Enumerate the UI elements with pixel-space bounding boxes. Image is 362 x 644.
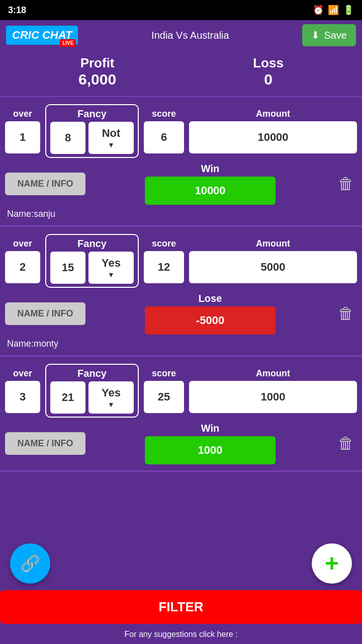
score-value-2[interactable]: 12	[144, 251, 184, 283]
amount-value-3[interactable]: 1000	[189, 381, 357, 413]
over-col-3: over 3	[5, 368, 40, 413]
name-display-1: Name:sanju	[5, 209, 357, 219]
amount-label-3: Amount	[256, 368, 290, 379]
over-label-3: over	[13, 368, 32, 379]
live-badge: LIVE	[60, 39, 76, 47]
score-value-3[interactable]: 25	[144, 381, 184, 413]
profit-col: Profit 6,000	[78, 55, 116, 88]
time: 3:18	[8, 5, 26, 16]
share-button[interactable]: 🔗	[10, 543, 50, 584]
name-display-2: Name:monty	[5, 339, 357, 349]
save-icon: ⬇	[311, 29, 320, 41]
score-value-1[interactable]: 6	[144, 121, 184, 153]
score-col-2: score 12	[144, 238, 184, 283]
amount-label-1: Amount	[256, 109, 290, 119]
wl-value-3: 1000	[145, 436, 276, 464]
add-icon: +	[325, 551, 339, 576]
fancy-col-1: Fancy 8 Not ▼	[45, 104, 139, 158]
suggest-bar: For any suggestions click here :	[0, 625, 362, 644]
add-button[interactable]: +	[312, 543, 352, 584]
filter-button[interactable]: FILTER	[0, 590, 362, 624]
delete-button-2[interactable]: 🗑	[335, 301, 357, 326]
fancy-label-3: Fancy	[77, 368, 107, 379]
wl-label-2: Lose	[199, 293, 222, 304]
trash-icon-3: 🗑	[338, 434, 354, 452]
over-value-1[interactable]: 1	[5, 121, 40, 153]
fancy-yn-3[interactable]: Yes ▼	[88, 381, 134, 414]
save-button[interactable]: ⬇ Save	[302, 24, 356, 46]
profit-value: 6,000	[78, 71, 116, 88]
logo-box: CRIC CHAT LIVE	[6, 26, 78, 45]
over-col-2: over 2	[5, 238, 40, 283]
score-label-3: score	[152, 368, 176, 379]
over-label-2: over	[13, 238, 32, 249]
loss-value: 0	[253, 71, 284, 88]
fancy-num-3[interactable]: 21	[50, 381, 85, 414]
profit-loss-row: Profit 6,000 Loss 0	[0, 50, 362, 97]
signal-icon: 📶	[328, 5, 339, 16]
fancy-num-1[interactable]: 8	[50, 122, 85, 154]
score-label-1: score	[152, 109, 176, 119]
battery-icon: 🔋	[343, 5, 354, 16]
amount-col-3: Amount 1000	[189, 368, 357, 413]
profit-label: Profit	[78, 55, 116, 71]
loss-col: Loss 0	[253, 55, 284, 88]
status-bar: 3:18 ⏰ 📶 🔋	[0, 0, 362, 20]
wl-value-1: 10000	[145, 177, 276, 205]
amount-value-2[interactable]: 5000	[189, 251, 357, 283]
amount-col-1: Amount 10000	[189, 109, 357, 153]
share-icon: 🔗	[20, 554, 40, 573]
fancy-yn-2[interactable]: Yes ▼	[88, 252, 134, 284]
over-col-1: over 1	[5, 109, 40, 153]
delete-button-1[interactable]: 🗑	[335, 172, 357, 196]
loss-label: Loss	[253, 55, 284, 71]
score-col-3: score 25	[144, 368, 184, 413]
alarm-icon: ⏰	[313, 5, 324, 16]
name-info-button-1[interactable]: NAME / INFO	[5, 173, 85, 195]
fancy-col-2: Fancy 15 Yes ▼	[45, 234, 139, 288]
score-col-1: score 6	[144, 109, 184, 153]
bet-entry-2: over 2 Fancy 15 Yes ▼ score 12 Amount	[0, 227, 362, 357]
delete-button-3[interactable]: 🗑	[335, 431, 357, 456]
wl-col-3: Win 1000	[90, 423, 330, 464]
trash-icon-1: 🗑	[338, 175, 354, 193]
status-icons: ⏰ 📶 🔋	[313, 5, 354, 16]
bet-entry-1: over 1 Fancy 8 Not ▼ score 6 Amount	[0, 97, 362, 227]
amount-col-2: Amount 5000	[189, 238, 357, 283]
fancy-col-3: Fancy 21 Yes ▼	[45, 364, 139, 418]
fancy-num-2[interactable]: 15	[50, 252, 85, 284]
wl-value-2: -5000	[145, 306, 276, 335]
score-label-2: score	[152, 238, 176, 249]
bet-entry-3: over 3 Fancy 21 Yes ▼ score 25 Amount	[0, 357, 362, 472]
wl-label-3: Win	[201, 423, 219, 434]
fancy-label-1: Fancy	[77, 108, 107, 120]
name-info-button-3[interactable]: NAME / INFO	[5, 432, 85, 455]
match-title: India Vs Australia	[151, 30, 229, 41]
over-value-3[interactable]: 3	[5, 381, 40, 413]
over-value-2[interactable]: 2	[5, 251, 40, 283]
bets-container: over 1 Fancy 8 Not ▼ score 6 Amount	[0, 97, 362, 472]
name-info-button-2[interactable]: NAME / INFO	[5, 302, 85, 325]
wl-col-2: Lose -5000	[90, 293, 330, 335]
wl-label-1: Win	[201, 163, 219, 175]
wl-col-1: Win 10000	[90, 163, 330, 205]
amount-label-2: Amount	[256, 238, 290, 249]
header: CRIC CHAT LIVE India Vs Australia ⬇ Save	[0, 20, 362, 50]
fancy-label-2: Fancy	[77, 238, 107, 250]
over-label-1: over	[13, 109, 32, 119]
trash-icon-2: 🗑	[338, 304, 354, 323]
fancy-yn-1[interactable]: Not ▼	[88, 122, 134, 154]
amount-value-1[interactable]: 10000	[189, 121, 357, 153]
